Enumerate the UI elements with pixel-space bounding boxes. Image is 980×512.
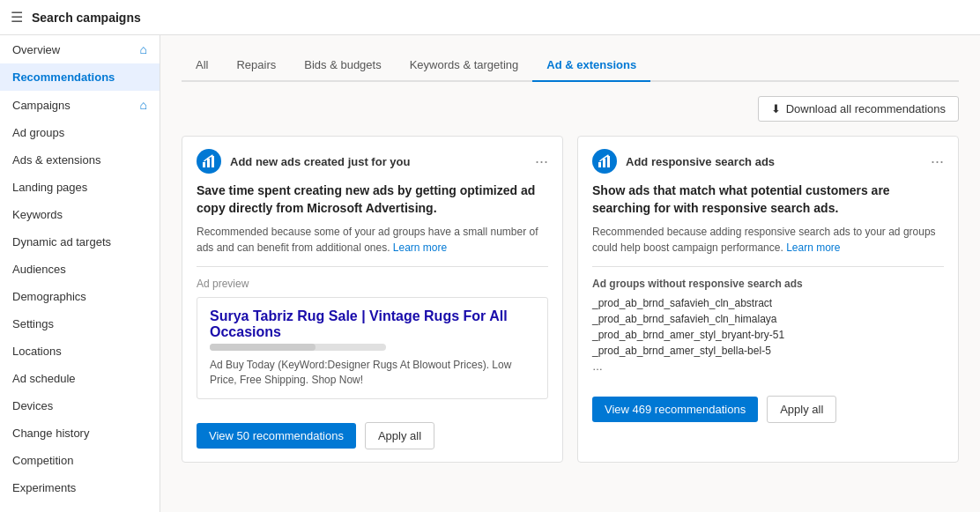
ad-preview-text: Ad Buy Today (KeyWord:Designer Rugs At B…: [210, 358, 535, 388]
sidebar-item-label: Campaigns: [12, 99, 71, 112]
sidebar-item-label: Experiments: [12, 481, 76, 494]
sidebar-item-label: Recommendations: [12, 70, 115, 84]
card-desc-sub: Recommended because adding responsive se…: [592, 224, 944, 256]
adgroup-list-item: _prod_ab_brnd_amer_styl_bella-bel-5: [592, 345, 944, 357]
sidebar-item-competition[interactable]: Competition: [0, 447, 160, 474]
cards-grid: Add new ads created just for you···Save …: [182, 136, 959, 463]
tab-bids---budgets[interactable]: Bids & budgets: [290, 49, 395, 82]
card-desc-sub: Recommended because some of your ad grou…: [197, 224, 548, 256]
tab-repairs[interactable]: Repairs: [222, 49, 290, 82]
sidebar-item-label: Keywords: [12, 208, 63, 221]
sidebar-item-devices[interactable]: Devices: [0, 392, 160, 419]
main-layout: Overview⌂RecommendationsCampaigns⌂Ad gro…: [0, 35, 980, 512]
learn-more-link[interactable]: Learn more: [786, 241, 840, 254]
sidebar-item-label: Demographics: [12, 290, 86, 303]
sidebar-item-recommendations[interactable]: Recommendations: [0, 63, 160, 91]
recommendation-card-1: Add responsive search ads···Show ads tha…: [577, 136, 959, 463]
ad-preview-title: Surya Tabriz Rug Sale | Vintage Rugs For…: [210, 308, 535, 340]
ad-preview-label: Ad preview: [197, 278, 548, 290]
card-divider: [592, 266, 944, 267]
sidebar-item-locations[interactable]: Locations: [0, 338, 160, 365]
tab-keywords---targeting[interactable]: Keywords & targeting: [396, 49, 533, 82]
sidebar-item-label: Ad schedule: [12, 372, 76, 385]
svg-rect-0: [203, 162, 205, 167]
adgroups-more-indicator: …: [592, 360, 944, 373]
sidebar-item-landing-pages[interactable]: Landing pages: [0, 174, 160, 201]
card-body: Show ads that match what potential custo…: [578, 182, 958, 385]
tab-ad---extensions[interactable]: Ad & extensions: [532, 49, 650, 82]
tab-all[interactable]: All: [182, 49, 222, 82]
card-footer: View 469 recommendationsApply all: [578, 385, 958, 435]
card-icon: [592, 149, 617, 174]
sidebar-item-label: Competition: [12, 454, 73, 467]
toolbar: ⬇ Download all recommendations: [182, 96, 959, 122]
download-icon: ⬇: [771, 102, 781, 115]
sidebar-item-settings[interactable]: Settings: [0, 310, 160, 338]
card-header: Add new ads created just for you···: [182, 137, 562, 182]
ad-preview-box: Surya Tabriz Rug Sale | Vintage Rugs For…: [197, 297, 548, 399]
view-recommendations-button[interactable]: View 469 recommendations: [592, 397, 758, 422]
sidebar-item-label: Audiences: [12, 263, 66, 276]
svg-rect-2: [212, 156, 214, 167]
topbar-title: Search campaigns: [32, 11, 141, 25]
sidebar-item-audiences[interactable]: Audiences: [0, 256, 160, 283]
sidebar-item-label: Change history: [12, 427, 89, 440]
sidebar-item-keywords[interactable]: Keywords: [0, 201, 160, 228]
adgroup-list-item: _prod_ab_brnd_safavieh_cln_himalaya: [592, 313, 944, 325]
sidebar: Overview⌂RecommendationsCampaigns⌂Ad gro…: [0, 35, 160, 512]
recommendation-card-0: Add new ads created just for you···Save …: [182, 136, 563, 463]
svg-rect-4: [603, 159, 605, 167]
card-icon: [197, 149, 221, 174]
sidebar-item-experiments[interactable]: Experiments: [0, 474, 160, 501]
topbar: ☰ Search campaigns: [0, 0, 980, 35]
card-desc-main: Show ads that match what potential custo…: [592, 182, 944, 217]
sidebar-item-dynamic-ad-targets[interactable]: Dynamic ad targets: [0, 228, 160, 256]
sidebar-item-label: Overview: [12, 43, 60, 56]
sidebar-item-overview[interactable]: Overview⌂: [0, 35, 160, 63]
sidebar-item-ads---extensions[interactable]: Ads & extensions: [0, 146, 160, 174]
svg-rect-5: [607, 156, 610, 167]
card-header-left: Add new ads created just for you: [197, 149, 410, 174]
sidebar-item-campaigns[interactable]: Campaigns⌂: [0, 91, 160, 119]
sidebar-item-label: Settings: [12, 317, 54, 330]
sidebar-item-demographics[interactable]: Demographics: [0, 283, 160, 310]
sidebar-item-ad-schedule[interactable]: Ad schedule: [0, 365, 160, 392]
sidebar-item-label: Devices: [12, 399, 53, 412]
sidebar-item-change-history[interactable]: Change history: [0, 419, 160, 447]
card-body: Save time spent creating new ads by gett…: [182, 182, 562, 412]
card-title: Add new ads created just for you: [230, 155, 410, 168]
sidebar-item-label: Ad groups: [12, 126, 64, 139]
svg-rect-1: [207, 159, 210, 167]
card-title: Add responsive search ads: [626, 155, 775, 168]
home-icon: ⌂: [140, 98, 147, 112]
card-desc-main: Save time spent creating new ads by gett…: [197, 182, 548, 217]
card-header-left: Add responsive search ads: [592, 149, 775, 174]
sidebar-item-label: Landing pages: [12, 181, 87, 194]
card-more-menu[interactable]: ···: [931, 153, 944, 169]
adgroups-list-label: Ad groups without responsive search ads: [592, 278, 944, 290]
card-more-menu[interactable]: ···: [535, 153, 548, 169]
card-footer: View 50 recommendationsApply all: [182, 412, 562, 462]
sidebar-item-label: Ads & extensions: [12, 153, 100, 167]
sidebar-item-label: Locations: [12, 345, 62, 358]
card-divider: [197, 266, 548, 267]
adgroup-list-item: _prod_ab_brnd_amer_styl_bryant-bry-51: [592, 329, 944, 341]
learn-more-link[interactable]: Learn more: [393, 241, 447, 254]
download-label: Download all recommendations: [786, 102, 946, 115]
sidebar-item-ad-groups[interactable]: Ad groups: [0, 119, 160, 146]
home-icon: ⌂: [140, 42, 147, 56]
card-header: Add responsive search ads···: [578, 137, 958, 182]
menu-icon[interactable]: ☰: [11, 9, 23, 26]
adgroup-list-item: _prod_ab_brnd_safavieh_cln_abstract: [592, 297, 944, 309]
svg-rect-3: [598, 162, 601, 167]
apply-all-button[interactable]: Apply all: [365, 422, 434, 449]
tabs: AllRepairsBids & budgetsKeywords & targe…: [182, 49, 959, 82]
content-area: AllRepairsBids & budgetsKeywords & targe…: [160, 35, 980, 512]
view-recommendations-button[interactable]: View 50 recommendations: [197, 423, 356, 449]
sidebar-item-label: Dynamic ad targets: [12, 235, 111, 249]
apply-all-button[interactable]: Apply all: [767, 396, 836, 423]
ad-preview-url-bar: [210, 344, 386, 351]
download-recommendations-button[interactable]: ⬇ Download all recommendations: [758, 96, 959, 122]
